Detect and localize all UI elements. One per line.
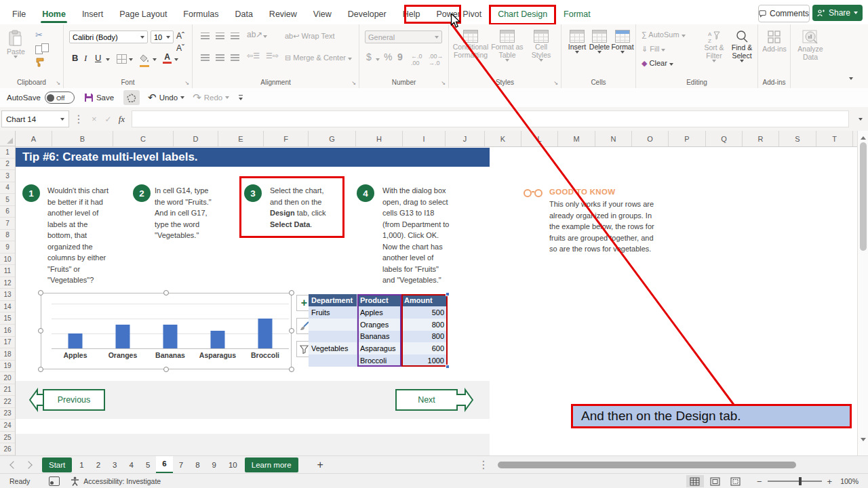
grow-font-icon[interactable]: Aˆ — [176, 31, 184, 41]
format-as-table-button[interactable]: Format as Table — [490, 30, 525, 62]
vertical-scrollbar[interactable] — [857, 131, 868, 455]
column-header-M[interactable]: M — [558, 131, 595, 146]
menu-tab-developer[interactable]: Developer — [340, 5, 395, 24]
column-header-B[interactable]: B — [52, 131, 113, 146]
row-header-5[interactable]: 5 — [0, 194, 15, 206]
orientation-icon[interactable]: ab↗ — [247, 30, 262, 39]
shrink-font-icon[interactable]: Aˇ — [176, 43, 184, 53]
addins-button[interactable]: Add-ins — [761, 30, 788, 53]
confirm-entry-icon[interactable]: ✓ — [105, 115, 112, 124]
cut-icon[interactable]: ✂ — [35, 30, 43, 40]
table-cell[interactable]: Vegetables — [309, 342, 357, 354]
scroll-down-icon[interactable] — [861, 438, 866, 441]
lasso-select-button[interactable] — [123, 90, 140, 105]
prev-sheet-icon[interactable] — [9, 461, 17, 468]
row-header-4[interactable]: 4 — [0, 182, 15, 195]
macro-record-icon[interactable] — [49, 476, 60, 486]
chart-resize-handle[interactable] — [289, 328, 294, 333]
vertical-scroll-thumb[interactable] — [860, 142, 867, 251]
range-handle[interactable] — [446, 292, 450, 296]
bar-bananas[interactable] — [163, 325, 178, 348]
accessibility-status[interactable]: Accessibility: Investigate — [83, 477, 161, 485]
sheet-tab-3[interactable]: 3 — [106, 456, 123, 474]
row-header-23[interactable]: 23 — [0, 408, 15, 420]
column-header-O[interactable]: O — [632, 131, 669, 146]
increase-indent-icon[interactable]: ☰⇨ — [266, 52, 279, 60]
analyze-data-button[interactable]: Analyze Data — [794, 30, 827, 61]
percent-icon[interactable]: % — [384, 52, 392, 62]
number-dialog-launcher[interactable]: ↘ — [441, 80, 446, 86]
row-header-18[interactable]: 18 — [0, 348, 15, 361]
merge-center-button[interactable]: ⊟ Merge & Center — [285, 54, 352, 62]
zoom-level[interactable]: 100% — [840, 477, 859, 485]
font-name-select[interactable]: Calibri (Body) — [69, 30, 148, 43]
row-header-9[interactable]: 9 — [0, 241, 15, 253]
row-header-26[interactable]: 26 — [0, 443, 15, 455]
column-header-D[interactable]: D — [174, 131, 218, 146]
menu-tab-format[interactable]: Format — [555, 5, 599, 24]
formula-input[interactable] — [132, 110, 849, 127]
sheet-tab-1[interactable]: 1 — [73, 456, 90, 474]
clear-button[interactable]: ◆ Clear — [642, 59, 673, 68]
column-header-H[interactable]: H — [356, 131, 403, 146]
comments-button[interactable]: Comments — [758, 5, 810, 22]
font-dialog-launcher[interactable]: ↘ — [184, 80, 189, 86]
bar-apples[interactable] — [68, 333, 83, 348]
row-header-14[interactable]: 14 — [0, 301, 15, 313]
bar-oranges[interactable] — [116, 325, 130, 348]
row-header-24[interactable]: 24 — [0, 420, 15, 432]
zoom-slider[interactable] — [768, 481, 822, 482]
row-header-12[interactable]: 12 — [0, 277, 15, 289]
row-header-17[interactable]: 17 — [0, 337, 15, 349]
insert-cells-button[interactable]: Insert — [567, 30, 587, 54]
zoom-in-icon[interactable]: + — [827, 476, 833, 487]
comma-icon[interactable]: 9 — [397, 52, 403, 62]
wrap-text-button[interactable]: ab↩ Wrap Text — [285, 32, 335, 41]
sheet-tab-10[interactable]: 10 — [222, 456, 243, 474]
sheet-tab-9[interactable]: 9 — [206, 456, 222, 474]
row-header-11[interactable]: 11 — [0, 265, 15, 277]
bar-broccoli[interactable] — [258, 319, 273, 348]
styles-dialog-launcher[interactable]: ↘ — [553, 80, 558, 86]
align-bottom-icon[interactable] — [231, 33, 239, 39]
align-top-icon[interactable] — [201, 33, 210, 39]
column-header-J[interactable]: J — [446, 131, 485, 146]
currency-dropdown[interactable] — [376, 58, 380, 61]
row-header-22[interactable]: 22 — [0, 396, 15, 408]
align-center-icon[interactable] — [216, 54, 224, 61]
menu-tab-insert[interactable]: Insert — [74, 5, 111, 24]
row-header-20[interactable]: 20 — [0, 372, 15, 384]
format-painter-icon[interactable] — [35, 57, 46, 70]
column-header-Q[interactable]: Q — [706, 131, 743, 146]
clipboard-dialog-launcher[interactable]: ↘ — [56, 80, 60, 86]
menu-tab-review[interactable]: Review — [261, 5, 305, 24]
align-right-icon[interactable] — [231, 54, 239, 61]
row-header-2[interactable]: 2 — [0, 159, 15, 171]
borders-icon[interactable] — [117, 54, 127, 64]
name-box-splitter[interactable]: ⋮ — [73, 113, 83, 125]
table-cell[interactable]: Fruits — [309, 306, 357, 319]
save-button[interactable]: Save — [84, 93, 114, 102]
column-header-T[interactable]: T — [816, 131, 853, 146]
tab-splitter[interactable]: ⋮ — [478, 458, 488, 471]
redo-button[interactable]: ↷ Redo — [193, 92, 229, 104]
menu-tab-file[interactable]: File — [4, 5, 34, 24]
row-header-13[interactable]: 13 — [0, 289, 15, 301]
accessibility-icon[interactable] — [71, 476, 79, 486]
menu-tab-view[interactable]: View — [305, 5, 340, 24]
menu-tab-formulas[interactable]: Formulas — [175, 5, 226, 24]
select-all-corner[interactable] — [0, 131, 16, 146]
insert-function-icon[interactable]: fx — [119, 114, 125, 125]
column-header-L[interactable]: L — [521, 131, 558, 146]
fill-color-icon[interactable] — [140, 53, 150, 67]
row-header-3[interactable]: 3 — [0, 170, 15, 182]
format-cells-button[interactable]: Format — [612, 30, 633, 54]
sheet-tab-4[interactable]: 4 — [123, 456, 140, 474]
zoom-slider-thumb[interactable] — [799, 477, 802, 485]
add-sheet-button[interactable]: + — [317, 459, 323, 471]
chart-resize-handle[interactable] — [163, 290, 169, 296]
menu-tab-page-layout[interactable]: Page Layout — [111, 5, 175, 24]
column-header-C[interactable]: C — [113, 131, 174, 146]
collapse-ribbon-icon[interactable] — [849, 77, 853, 80]
font-color-dropdown[interactable] — [174, 58, 178, 61]
